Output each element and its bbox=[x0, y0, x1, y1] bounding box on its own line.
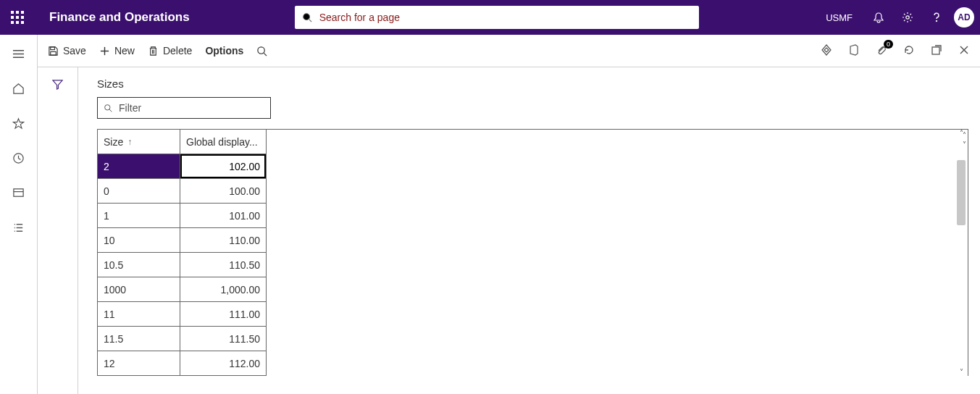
cell-global-display[interactable]: 100.00 bbox=[180, 179, 266, 204]
svg-line-1 bbox=[309, 20, 311, 22]
search-input[interactable] bbox=[319, 12, 692, 23]
clock-icon bbox=[12, 152, 25, 164]
app-title: Finance and Operations bbox=[49, 10, 190, 25]
popout-icon bbox=[931, 44, 942, 56]
new-label: New bbox=[114, 45, 135, 56]
attachments-badge: 0 bbox=[884, 40, 893, 49]
header-right: USMF AD bbox=[826, 0, 980, 35]
app-launcher-button[interactable] bbox=[0, 0, 35, 35]
svg-point-0 bbox=[303, 14, 309, 20]
cell-size[interactable]: 10 bbox=[98, 228, 180, 253]
svg-rect-8 bbox=[14, 189, 23, 196]
find-button[interactable] bbox=[256, 46, 267, 56]
hamburger-icon bbox=[12, 48, 25, 60]
search-icon bbox=[256, 46, 267, 56]
table-row[interactable]: 11.5111.50 bbox=[98, 327, 266, 351]
cell-global-display[interactable]: 1,000.00 bbox=[180, 277, 266, 302]
options-label: Options bbox=[205, 45, 243, 56]
cell-global-display[interactable]: 110.00 bbox=[180, 228, 266, 253]
svg-line-21 bbox=[264, 53, 267, 56]
waffle-icon bbox=[11, 11, 24, 24]
trash-icon bbox=[148, 46, 159, 56]
nav-home-button[interactable] bbox=[12, 83, 25, 97]
funnel-icon bbox=[52, 79, 63, 90]
global-search[interactable] bbox=[295, 6, 699, 29]
svg-rect-22 bbox=[932, 47, 939, 54]
legal-entity[interactable]: USMF bbox=[826, 12, 853, 23]
table-row[interactable]: 10001,000.00 bbox=[98, 277, 266, 302]
save-button[interactable]: Save bbox=[48, 45, 86, 56]
refresh-icon bbox=[903, 44, 915, 56]
nav-modules-button[interactable] bbox=[12, 222, 25, 236]
content-area: Sizes Size Global display... 20100.00110… bbox=[38, 67, 980, 394]
table-row[interactable]: 10110.00 bbox=[98, 228, 266, 253]
svg-point-20 bbox=[258, 46, 264, 53]
powerapps-icon bbox=[821, 44, 832, 56]
chevron-down-icon: ˅ bbox=[960, 369, 963, 376]
quick-filter[interactable] bbox=[97, 97, 271, 119]
cell-size[interactable]: 2 bbox=[98, 154, 180, 179]
cell-global-display[interactable]: 110.50 bbox=[180, 253, 266, 277]
user-avatar[interactable]: AD bbox=[954, 7, 974, 28]
vertical-scrollbar[interactable]: ˄ ˅ bbox=[956, 130, 966, 376]
cell-size[interactable]: 12 bbox=[98, 351, 180, 376]
table-row[interactable]: 1101.00 bbox=[98, 204, 266, 228]
notifications-button[interactable] bbox=[864, 0, 893, 35]
star-icon bbox=[12, 117, 25, 130]
help-button[interactable] bbox=[922, 0, 951, 35]
delete-button[interactable]: Delete bbox=[148, 45, 192, 56]
svg-point-3 bbox=[936, 20, 937, 22]
command-bar: Save New Delete Options bbox=[38, 35, 980, 67]
cell-global-display[interactable] bbox=[180, 154, 266, 179]
svg-rect-16 bbox=[51, 46, 55, 49]
table-row[interactable]: 12112.00 bbox=[98, 351, 266, 376]
chevron-up-icon: ˄ bbox=[960, 130, 963, 137]
nav-favorites-button[interactable] bbox=[12, 117, 25, 132]
power-apps-button[interactable] bbox=[821, 44, 832, 58]
cell-global-display[interactable]: 111.50 bbox=[180, 327, 266, 351]
bell-icon bbox=[873, 12, 884, 23]
nav-expand-button[interactable] bbox=[12, 48, 25, 62]
settings-button[interactable] bbox=[893, 0, 922, 35]
save-icon bbox=[48, 46, 59, 56]
nav-recent-button[interactable] bbox=[12, 152, 25, 167]
filter-pane-button[interactable] bbox=[38, 67, 78, 394]
column-header-size[interactable]: Size bbox=[98, 130, 180, 154]
plus-icon bbox=[99, 46, 110, 56]
attachments-button[interactable]: 0 bbox=[876, 44, 887, 58]
cell-size[interactable]: 1000 bbox=[98, 277, 180, 302]
scrollbar-thumb[interactable] bbox=[957, 160, 966, 225]
close-button[interactable] bbox=[958, 44, 970, 58]
office-button[interactable] bbox=[848, 44, 860, 58]
refresh-button[interactable] bbox=[903, 44, 915, 58]
cell-size[interactable]: 11 bbox=[98, 302, 180, 327]
home-icon bbox=[12, 83, 25, 95]
cell-global-display[interactable]: 112.00 bbox=[180, 351, 266, 376]
workspace-icon bbox=[12, 187, 25, 199]
cell-size[interactable]: 11.5 bbox=[98, 327, 180, 351]
table-row[interactable]: 2 bbox=[98, 154, 266, 179]
table-row[interactable]: 11111.00 bbox=[98, 302, 266, 327]
close-icon bbox=[958, 44, 970, 56]
modules-icon bbox=[12, 222, 25, 234]
table-row[interactable]: 10.5110.50 bbox=[98, 253, 266, 277]
options-button[interactable]: Options bbox=[205, 45, 243, 56]
table-row[interactable]: 0100.00 bbox=[98, 179, 266, 204]
search-icon bbox=[302, 12, 312, 22]
nav-rail bbox=[0, 35, 38, 394]
office-icon bbox=[848, 44, 860, 56]
quick-filter-input[interactable] bbox=[119, 102, 264, 114]
svg-rect-17 bbox=[51, 51, 56, 55]
cell-size[interactable]: 10.5 bbox=[98, 253, 180, 277]
popout-button[interactable] bbox=[931, 44, 942, 58]
cell-editor-input[interactable] bbox=[180, 154, 266, 178]
cell-global-display[interactable]: 111.00 bbox=[180, 302, 266, 327]
column-header-display[interactable]: Global display... bbox=[180, 130, 266, 154]
cell-size[interactable]: 0 bbox=[98, 179, 180, 204]
cell-size[interactable]: 1 bbox=[98, 204, 180, 228]
nav-workspaces-button[interactable] bbox=[12, 187, 25, 201]
data-grid: Size Global display... 20100.001101.0010… bbox=[97, 129, 267, 376]
cell-global-display[interactable]: 101.00 bbox=[180, 204, 266, 228]
svg-point-2 bbox=[906, 16, 909, 19]
new-button[interactable]: New bbox=[99, 45, 135, 56]
